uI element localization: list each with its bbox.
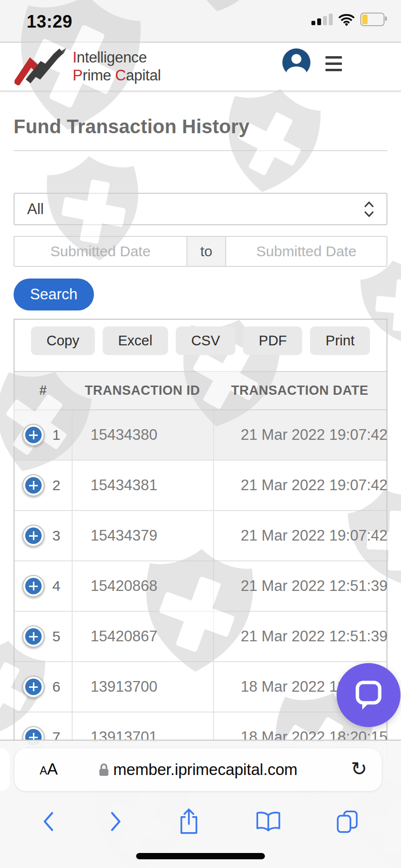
transaction-id-cell: 13913700 (91, 678, 157, 696)
row-number: 1 (52, 427, 61, 443)
chevron-updown-icon (363, 200, 375, 218)
table-row: 4 15420868 21 Mar 2022 12:51:39 (15, 561, 386, 612)
date-from-input[interactable]: Submitted Date (14, 236, 186, 267)
date-to-input[interactable]: Submitted Date (226, 236, 387, 267)
chevron-left-icon (42, 811, 55, 832)
back-button[interactable] (42, 811, 55, 834)
row-number: 5 (52, 628, 61, 645)
chevron-right-icon (109, 811, 122, 832)
plus-icon (25, 679, 42, 695)
transaction-id-cell: 15434381 (91, 477, 157, 494)
battery-icon (360, 13, 385, 26)
book-icon (256, 811, 281, 832)
expand-row-button[interactable] (22, 525, 45, 547)
forward-button[interactable] (109, 811, 122, 834)
export-csv-button[interactable]: CSV (176, 326, 236, 355)
address-bar[interactable]: AA member.iprimecapital.com ↻ (15, 748, 382, 791)
select-value: All (27, 201, 44, 218)
page-title: Fund Transaction History (14, 116, 387, 138)
transaction-id-cell: 15420868 (91, 577, 157, 595)
table-row: 3 15434379 21 Mar 2022 19:07:42 (15, 511, 386, 561)
safari-bottom-chrome: AA member.iprimecapital.com ↻ (0, 740, 401, 868)
expand-row-button[interactable] (22, 625, 45, 648)
status-bar: 13:29 (0, 0, 401, 43)
row-number: 2 (52, 477, 61, 494)
plus-icon (25, 427, 42, 443)
divider (14, 150, 387, 151)
expand-row-button[interactable] (22, 575, 45, 597)
transaction-type-select[interactable]: All (14, 193, 387, 225)
expand-row-button[interactable] (22, 424, 45, 446)
date-range-separator: to (186, 236, 226, 267)
wifi-icon (339, 14, 355, 26)
transaction-date-cell: 21 Mar 2022 12:51:39 (241, 628, 387, 645)
row-number: 3 (52, 527, 61, 544)
export-print-button[interactable]: Print (310, 326, 370, 355)
transaction-id-cell: 15434380 (91, 426, 157, 444)
transaction-date-cell: 21 Mar 2022 19:07:42 (241, 527, 387, 544)
menu-button[interactable] (325, 56, 342, 71)
plus-icon (25, 477, 42, 494)
export-buttons-row: Copy Excel CSV PDF Print (15, 320, 386, 371)
bookmarks-button[interactable] (256, 811, 281, 834)
table-row: 6 13913700 18 Mar 2022 18:20 (15, 662, 386, 713)
share-button[interactable] (177, 807, 200, 837)
expand-row-button[interactable] (22, 676, 45, 698)
expand-row-button[interactable] (22, 474, 45, 496)
share-icon (177, 807, 200, 836)
table-row: 1 15434380 21 Mar 2022 19:07:42 (15, 410, 386, 461)
brand-logo-icon (15, 47, 69, 85)
export-excel-button[interactable]: Excel (103, 326, 168, 355)
chat-bubble-icon (354, 680, 384, 711)
plus-icon (25, 628, 42, 645)
home-indicator[interactable] (136, 853, 265, 859)
hamburger-icon (325, 56, 342, 59)
tabs-icon (336, 810, 359, 833)
export-pdf-button[interactable]: PDF (243, 326, 302, 355)
table-header-transaction-date[interactable]: TRANSACTION DATE (213, 383, 386, 398)
reload-button[interactable]: ↻ (348, 757, 370, 780)
plus-icon (25, 527, 42, 544)
transaction-id-cell: 15420867 (91, 628, 157, 645)
plus-icon (25, 578, 42, 594)
transaction-date-cell: 21 Mar 2022 19:07:42 (241, 477, 387, 494)
row-number: 4 (52, 578, 61, 594)
page-url: member.iprimecapital.com (113, 760, 297, 779)
row-number: 6 (52, 679, 61, 695)
chat-widget-button[interactable] (337, 663, 401, 727)
brand-name: Intelligence Prime Capital (73, 48, 161, 84)
table-row: 2 15434381 21 Mar 2022 19:07:42 (15, 461, 386, 511)
page-root: 13:29 Intelligence (0, 0, 401, 868)
browser-toolbar (0, 798, 401, 846)
export-copy-button[interactable]: Copy (31, 326, 95, 355)
status-icons (311, 13, 385, 26)
date-range-row: Submitted Date to Submitted Date (14, 236, 387, 267)
previous-page-peek (0, 748, 10, 791)
table-header-index[interactable]: # (15, 383, 72, 398)
avatar-icon (282, 48, 310, 77)
transactions-table-card: Copy Excel CSV PDF Print # TRANSACTION I… (14, 319, 387, 764)
tabs-button[interactable] (336, 810, 359, 835)
table-header-row: # TRANSACTION ID TRANSACTION DATE (15, 371, 386, 410)
reload-icon: ↻ (351, 758, 367, 779)
transaction-date-cell: 21 Mar 2022 19:07:42 (241, 426, 387, 444)
transaction-date-cell: 21 Mar 2022 12:51:39 (241, 577, 387, 595)
cellular-signal-icon (311, 14, 333, 25)
profile-avatar-button[interactable] (282, 48, 310, 78)
brand-logo[interactable]: Intelligence Prime Capital (15, 47, 161, 85)
table-row: 5 15420867 21 Mar 2022 12:51:39 (15, 612, 386, 662)
text-size-button[interactable]: AA (40, 760, 58, 778)
status-time: 13:29 (27, 12, 73, 32)
search-button[interactable]: Search (14, 279, 94, 310)
lock-icon (99, 763, 109, 776)
date-to-placeholder: Submitted Date (256, 243, 356, 260)
site-header: Intelligence Prime Capital (0, 43, 401, 92)
date-from-placeholder: Submitted Date (50, 243, 151, 260)
table-header-transaction-id[interactable]: TRANSACTION ID (72, 383, 213, 398)
transaction-id-cell: 15434379 (91, 527, 157, 544)
